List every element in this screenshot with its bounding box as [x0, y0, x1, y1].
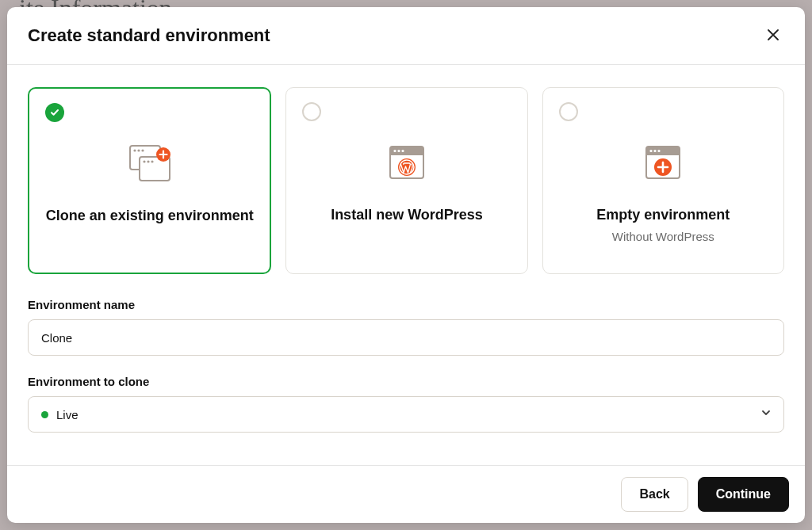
create-environment-modal: Create standard environment — [7, 7, 805, 523]
back-button[interactable]: Back — [621, 477, 688, 512]
svg-rect-19 — [646, 153, 680, 155]
env-clone-select[interactable]: Live — [28, 396, 784, 433]
svg-rect-11 — [390, 153, 423, 155]
close-icon — [768, 29, 779, 43]
svg-point-12 — [393, 150, 396, 152]
svg-point-21 — [654, 150, 657, 152]
svg-point-6 — [147, 160, 149, 162]
svg-point-2 — [137, 149, 140, 151]
svg-point-13 — [397, 150, 400, 152]
env-name-input[interactable] — [28, 319, 784, 356]
status-dot-icon — [41, 411, 48, 418]
modal-header: Create standard environment — [7, 7, 805, 65]
svg-point-1 — [133, 149, 136, 151]
option-card-subtitle: Without WordPress — [612, 230, 714, 243]
env-clone-label: Environment to clone — [28, 375, 784, 388]
env-name-field-group: Environment name — [28, 298, 784, 356]
radio-checked-icon — [45, 103, 64, 122]
env-clone-selected-value: Live — [56, 408, 79, 421]
env-clone-field-group: Environment to clone Live — [28, 375, 784, 433]
option-card-title: Clone an existing environment — [46, 208, 254, 224]
continue-button[interactable]: Continue — [698, 477, 789, 512]
svg-point-3 — [141, 149, 144, 151]
svg-point-5 — [143, 160, 145, 162]
radio-unchecked-icon — [559, 102, 578, 121]
option-card-empty[interactable]: Empty environment Without WordPress — [542, 87, 784, 274]
radio-unchecked-icon — [302, 102, 321, 121]
env-name-label: Environment name — [28, 298, 784, 311]
option-card-row: Clone an existing environment — [28, 87, 784, 274]
env-clone-select-wrap: Live — [28, 396, 784, 433]
modal-footer: Back Continue — [7, 465, 805, 523]
svg-point-7 — [151, 160, 153, 162]
svg-point-14 — [401, 150, 404, 152]
svg-point-15 — [398, 158, 416, 176]
empty-window-icon — [644, 140, 682, 185]
modal-body: Clone an existing environment — [7, 65, 805, 465]
modal-title: Create standard environment — [28, 25, 270, 46]
close-button[interactable] — [762, 25, 784, 47]
option-card-title: Install new WordPress — [331, 207, 483, 223]
svg-point-22 — [658, 150, 661, 152]
wordpress-window-icon — [388, 140, 426, 185]
svg-point-20 — [650, 150, 653, 152]
clone-windows-icon — [128, 141, 172, 185]
option-card-clone[interactable]: Clone an existing environment — [28, 87, 271, 274]
option-card-wordpress[interactable]: Install new WordPress — [285, 87, 527, 274]
option-card-title: Empty environment — [596, 207, 730, 223]
